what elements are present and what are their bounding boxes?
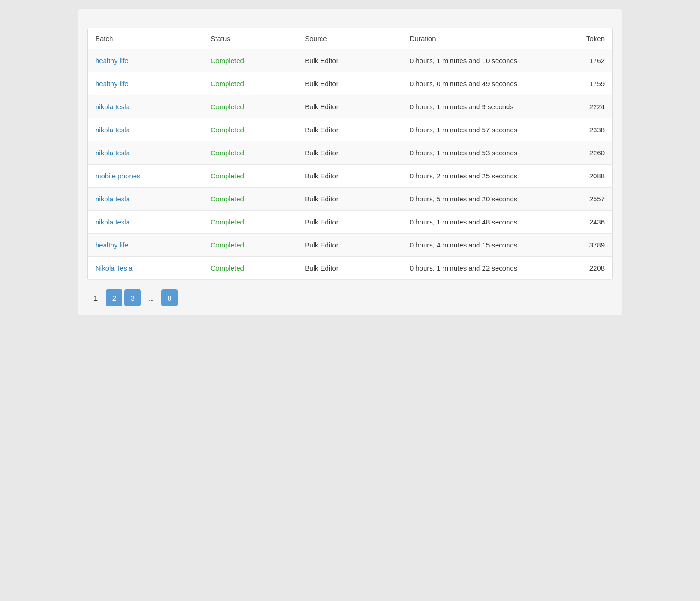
cell-batch: healthy life bbox=[88, 72, 203, 95]
cell-status: Completed bbox=[203, 95, 298, 118]
cell-batch: Nikola Tesla bbox=[88, 257, 203, 280]
cell-batch: nikola tesla bbox=[88, 211, 203, 234]
cell-status: Completed bbox=[203, 72, 298, 95]
batch-link[interactable]: nikola tesla bbox=[95, 218, 130, 226]
bulk-tracking-table: Batch Status Source Duration Token healt… bbox=[88, 28, 612, 280]
cell-duration: 0 hours, 0 minutes and 49 seconds bbox=[402, 72, 549, 95]
cell-token: 2260 bbox=[549, 141, 612, 165]
cell-duration: 0 hours, 1 minutes and 48 seconds bbox=[402, 211, 549, 234]
batch-link[interactable]: healthy life bbox=[95, 241, 128, 249]
status-badge: Completed bbox=[210, 241, 244, 249]
cell-token: 2088 bbox=[549, 165, 612, 188]
cell-source: Bulk Editor bbox=[298, 165, 402, 188]
cell-batch: healthy life bbox=[88, 234, 203, 257]
table-row: nikola tesla Completed Bulk Editor 0 hou… bbox=[88, 188, 612, 211]
cell-source: Bulk Editor bbox=[298, 141, 402, 165]
cell-token: 2208 bbox=[549, 257, 612, 280]
batch-link[interactable]: nikola tesla bbox=[95, 195, 130, 203]
cell-duration: 0 hours, 1 minutes and 10 seconds bbox=[402, 49, 549, 72]
pagination-ellipsis: ... bbox=[143, 289, 159, 306]
cell-token: 3789 bbox=[549, 234, 612, 257]
status-badge: Completed bbox=[210, 264, 244, 272]
cell-status: Completed bbox=[203, 234, 298, 257]
table-row: Nikola Tesla Completed Bulk Editor 0 hou… bbox=[88, 257, 612, 280]
cell-status: Completed bbox=[203, 211, 298, 234]
pagination-page-2[interactable]: 2 bbox=[106, 289, 122, 306]
cell-batch: mobile phones bbox=[88, 165, 203, 188]
batch-link[interactable]: healthy life bbox=[95, 80, 128, 88]
cell-batch: nikola tesla bbox=[88, 118, 203, 141]
table-row: nikola tesla Completed Bulk Editor 0 hou… bbox=[88, 118, 612, 141]
bulk-tracking-table-container: Batch Status Source Duration Token healt… bbox=[88, 28, 612, 280]
cell-source: Bulk Editor bbox=[298, 211, 402, 234]
table-row: healthy life Completed Bulk Editor 0 hou… bbox=[88, 234, 612, 257]
cell-token: 2338 bbox=[549, 118, 612, 141]
cell-duration: 0 hours, 1 minutes and 57 seconds bbox=[402, 118, 549, 141]
cell-token: 2436 bbox=[549, 211, 612, 234]
cell-source: Bulk Editor bbox=[298, 188, 402, 211]
batch-link[interactable]: mobile phones bbox=[95, 172, 140, 180]
column-header-duration: Duration bbox=[402, 28, 549, 49]
status-badge: Completed bbox=[210, 126, 244, 134]
cell-duration: 0 hours, 2 minutes and 25 seconds bbox=[402, 165, 549, 188]
cell-status: Completed bbox=[203, 49, 298, 72]
cell-source: Bulk Editor bbox=[298, 118, 402, 141]
pagination-page-3[interactable]: 3 bbox=[124, 289, 141, 306]
table-row: mobile phones Completed Bulk Editor 0 ho… bbox=[88, 165, 612, 188]
pagination-page-1[interactable]: 1 bbox=[88, 289, 104, 306]
cell-status: Completed bbox=[203, 257, 298, 280]
cell-duration: 0 hours, 4 minutes and 15 seconds bbox=[402, 234, 549, 257]
batch-link[interactable]: nikola tesla bbox=[95, 103, 130, 111]
cell-duration: 0 hours, 5 minutes and 20 seconds bbox=[402, 188, 549, 211]
cell-source: Bulk Editor bbox=[298, 49, 402, 72]
cell-status: Completed bbox=[203, 141, 298, 165]
table-header-row: Batch Status Source Duration Token bbox=[88, 28, 612, 49]
status-badge: Completed bbox=[210, 218, 244, 226]
status-badge: Completed bbox=[210, 57, 244, 65]
status-badge: Completed bbox=[210, 195, 244, 203]
cell-status: Completed bbox=[203, 118, 298, 141]
batch-link[interactable]: nikola tesla bbox=[95, 126, 130, 134]
cell-batch: healthy life bbox=[88, 49, 203, 72]
cell-status: Completed bbox=[203, 188, 298, 211]
table-row: nikola tesla Completed Bulk Editor 0 hou… bbox=[88, 95, 612, 118]
cell-duration: 0 hours, 1 minutes and 22 seconds bbox=[402, 257, 549, 280]
cell-status: Completed bbox=[203, 165, 298, 188]
batch-link[interactable]: nikola tesla bbox=[95, 149, 130, 157]
cell-source: Bulk Editor bbox=[298, 234, 402, 257]
cell-batch: nikola tesla bbox=[88, 188, 203, 211]
cell-batch: nikola tesla bbox=[88, 95, 203, 118]
column-header-batch: Batch bbox=[88, 28, 203, 49]
cell-source: Bulk Editor bbox=[298, 95, 402, 118]
cell-source: Bulk Editor bbox=[298, 257, 402, 280]
pagination: 123...8 bbox=[88, 289, 612, 306]
table-row: healthy life Completed Bulk Editor 0 hou… bbox=[88, 49, 612, 72]
status-badge: Completed bbox=[210, 172, 244, 180]
cell-token: 1762 bbox=[549, 49, 612, 72]
page-container: Batch Status Source Duration Token healt… bbox=[78, 9, 622, 315]
pagination-page-8[interactable]: 8 bbox=[161, 289, 178, 306]
status-badge: Completed bbox=[210, 103, 244, 111]
column-header-source: Source bbox=[298, 28, 402, 49]
cell-batch: nikola tesla bbox=[88, 141, 203, 165]
cell-duration: 0 hours, 1 minutes and 53 seconds bbox=[402, 141, 549, 165]
cell-token: 2224 bbox=[549, 95, 612, 118]
column-header-token: Token bbox=[549, 28, 612, 49]
table-row: nikola tesla Completed Bulk Editor 0 hou… bbox=[88, 211, 612, 234]
column-header-status: Status bbox=[203, 28, 298, 49]
table-row: nikola tesla Completed Bulk Editor 0 hou… bbox=[88, 141, 612, 165]
table-row: healthy life Completed Bulk Editor 0 hou… bbox=[88, 72, 612, 95]
cell-duration: 0 hours, 1 minutes and 9 seconds bbox=[402, 95, 549, 118]
batch-link[interactable]: healthy life bbox=[95, 57, 128, 65]
cell-source: Bulk Editor bbox=[298, 72, 402, 95]
status-badge: Completed bbox=[210, 149, 244, 157]
cell-token: 1759 bbox=[549, 72, 612, 95]
status-badge: Completed bbox=[210, 80, 244, 88]
cell-token: 2557 bbox=[549, 188, 612, 211]
batch-link[interactable]: Nikola Tesla bbox=[95, 264, 133, 272]
